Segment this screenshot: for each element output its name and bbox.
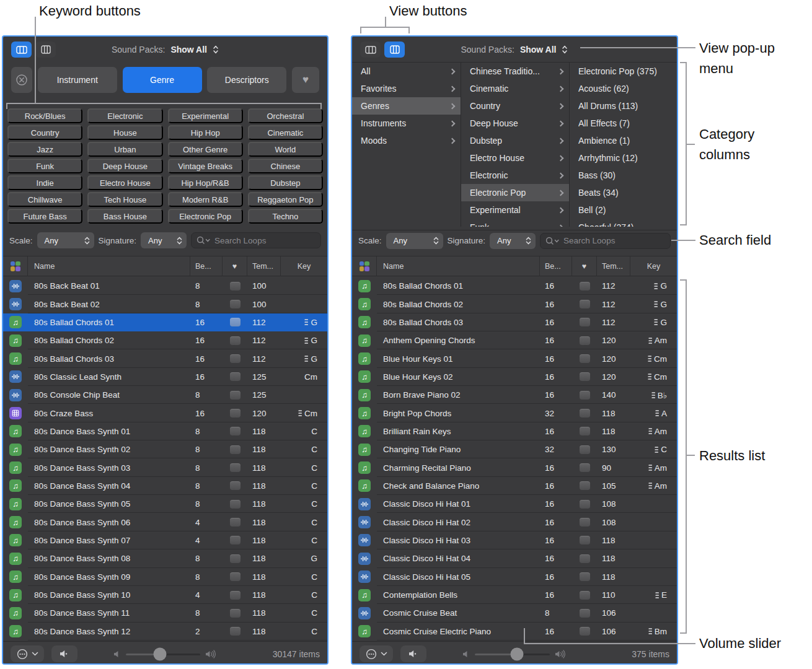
table-row[interactable]: 80s Craze Bass 16 120 Cm: [3, 404, 327, 422]
keyword-button[interactable]: Orchestral: [248, 108, 323, 123]
favorite-checkbox[interactable]: [580, 427, 590, 435]
category-item[interactable]: Favorites: [352, 80, 461, 97]
favorite-checkbox[interactable]: [230, 409, 241, 418]
table-row[interactable]: ♫ 80s Dance Bass Synth 01 8 118 C: [3, 422, 327, 440]
keyword-button[interactable]: Rock/Blues: [7, 108, 82, 123]
volume-thumb[interactable]: [510, 648, 523, 661]
category-item[interactable]: Funk: [461, 219, 569, 227]
favorite-checkbox[interactable]: [580, 572, 590, 581]
keyword-button[interactable]: Electronic Pop: [168, 209, 243, 224]
table-row[interactable]: ♫ Check and Balance Piano 16 105 Am: [352, 477, 677, 495]
signature-popup[interactable]: Any: [141, 232, 187, 248]
column-view-button[interactable]: [35, 42, 56, 58]
favorite-checkbox[interactable]: [230, 591, 241, 600]
favorite-checkbox[interactable]: [230, 336, 241, 345]
table-row[interactable]: ♫ Born Brave Piano 02 16 140 B♭: [352, 386, 677, 404]
favorite-checkbox[interactable]: [230, 554, 241, 563]
play-in-key-button[interactable]: [51, 645, 77, 662]
category-item[interactable]: Chinese Traditio...: [461, 63, 569, 80]
category-item[interactable]: Ambience (1): [570, 132, 677, 149]
category-item[interactable]: Cheerful (274): [570, 219, 677, 227]
favorite-checkbox[interactable]: [230, 318, 241, 326]
favorite-checkbox[interactable]: [580, 409, 590, 418]
table-row[interactable]: ♫ 80s Ballad Chords 03 16 112 G: [352, 313, 677, 331]
favorite-checkbox[interactable]: [580, 609, 590, 618]
table-row[interactable]: ♫ 80s Ballad Chords 02 16 112 G: [352, 295, 677, 313]
favorite-checkbox[interactable]: [230, 500, 241, 509]
table-row[interactable]: Classic Disco Hi Hat 03 16 118: [352, 531, 677, 549]
keyword-button[interactable]: Chinese: [248, 159, 323, 173]
search-input[interactable]: Search Loops: [540, 233, 671, 249]
table-row[interactable]: ♫ 80s Ballad Chords 02 16 112 G: [3, 331, 327, 349]
favorite-checkbox[interactable]: [580, 300, 590, 308]
category-item[interactable]: Bell (2): [570, 201, 677, 219]
favorite-checkbox[interactable]: [230, 627, 241, 636]
keyword-button[interactable]: Hip Hop: [168, 125, 243, 140]
keyword-button[interactable]: Jazz: [7, 142, 82, 157]
category-item[interactable]: Country: [461, 97, 569, 115]
category-item[interactable]: Cinematic: [461, 80, 569, 97]
category-item[interactable]: All Effects (7): [570, 115, 677, 132]
table-row[interactable]: 80s Classic Lead Synth 16 125 Cm: [3, 368, 327, 386]
keyword-button[interactable]: Hip Hop/R&B: [168, 175, 243, 190]
keyword-button[interactable]: World: [248, 142, 323, 157]
category-item[interactable]: Acoustic (62): [570, 80, 677, 97]
table-row[interactable]: ♫ 80s Ballad Chords 01 16 112 G: [3, 313, 327, 331]
keyword-button[interactable]: Cinematic: [248, 125, 323, 140]
category-item[interactable]: Experimental: [461, 201, 569, 219]
category-item[interactable]: Electronic: [461, 167, 569, 184]
favorite-checkbox[interactable]: [580, 372, 590, 381]
table-row[interactable]: 80s Back Beat 01 8 100: [3, 277, 327, 295]
category-item[interactable]: Moods: [352, 132, 461, 149]
button-view-button[interactable]: [11, 42, 32, 58]
category-item[interactable]: Arrhythmic (12): [570, 149, 677, 167]
button-view-button[interactable]: [360, 42, 381, 58]
category-item[interactable]: Beats (34): [570, 184, 677, 201]
table-row[interactable]: ♫ Blue Hour Keys 01 16 120 Cm: [352, 349, 677, 367]
table-row[interactable]: ♫ 80s Dance Bass Synth 02 8 118 C: [3, 440, 327, 458]
keyword-button[interactable]: Indie: [7, 175, 82, 190]
keyword-button[interactable]: Modern R&B: [168, 192, 243, 207]
favorite-checkbox[interactable]: [230, 536, 241, 544]
table-row[interactable]: 80s Console Chip Beat 8 125: [3, 386, 327, 404]
keyword-button[interactable]: Tech House: [87, 192, 162, 207]
category-item[interactable]: Instruments: [352, 115, 461, 132]
volume-track[interactable]: [475, 654, 550, 655]
favorite-checkbox[interactable]: [580, 591, 590, 600]
volume-slider[interactable]: [113, 642, 217, 665]
favorite-checkbox[interactable]: [230, 463, 241, 472]
column-header-name[interactable]: Name: [377, 256, 540, 276]
column-header-tempo[interactable]: Tem...: [597, 256, 630, 276]
volume-track[interactable]: [126, 654, 200, 655]
category-item[interactable]: Deep House: [461, 115, 569, 132]
favorite-checkbox[interactable]: [230, 609, 241, 618]
table-row[interactable]: ♫ 80s Dance Bass Synth 04 8 118 C: [3, 477, 327, 495]
favorite-checkbox[interactable]: [580, 518, 590, 527]
favorite-checkbox[interactable]: [580, 500, 590, 509]
table-row[interactable]: ♫ Brilliant Rain Keys 16 118 Am: [352, 422, 677, 440]
keyword-button[interactable]: Techno: [248, 209, 323, 224]
column-header-beats[interactable]: Be...: [190, 256, 223, 276]
column-header-favorite[interactable]: ♥: [572, 256, 597, 276]
table-row[interactable]: ♫ 80s Dance Bass Synth 10 4 118 C: [3, 586, 327, 604]
loop-type-column-header[interactable]: [352, 256, 377, 276]
column-header-key[interactable]: Key: [630, 256, 677, 276]
keyword-button[interactable]: Electronic: [87, 108, 162, 123]
table-row[interactable]: Cosmic Cruise Beat 8 106: [352, 604, 677, 622]
column-header-beats[interactable]: Be...: [540, 256, 572, 276]
keyword-button[interactable]: Electro House: [87, 175, 162, 190]
tab-genre[interactable]: Genre: [123, 67, 202, 93]
table-row[interactable]: ♫ 80s Ballad Chords 01 16 112 G: [352, 277, 677, 295]
favorite-checkbox[interactable]: [580, 318, 590, 326]
table-row[interactable]: Classic Disco Hi Hat 05 16 118: [352, 568, 677, 586]
table-row[interactable]: ♫ Contemplation Bells 16 110 E: [352, 586, 677, 604]
table-row[interactable]: ♫ Anthem Opening Chords 16 120 Am: [352, 331, 677, 349]
table-row[interactable]: Classic Disco Hi Hat 02 16 108: [352, 513, 677, 531]
table-row[interactable]: ♫ 80s Dance Bass Synth 09 8 118 C: [3, 568, 327, 586]
favorite-checkbox[interactable]: [230, 300, 241, 308]
table-row[interactable]: Classic Disco Hi Hat 01 16 108: [352, 495, 677, 513]
table-row[interactable]: ♫ Charming Recital Piano 16 90 Am: [352, 458, 677, 476]
keyword-button[interactable]: Funk: [7, 159, 82, 173]
category-item[interactable]: Genres: [352, 97, 461, 115]
favorite-checkbox[interactable]: [580, 554, 590, 563]
